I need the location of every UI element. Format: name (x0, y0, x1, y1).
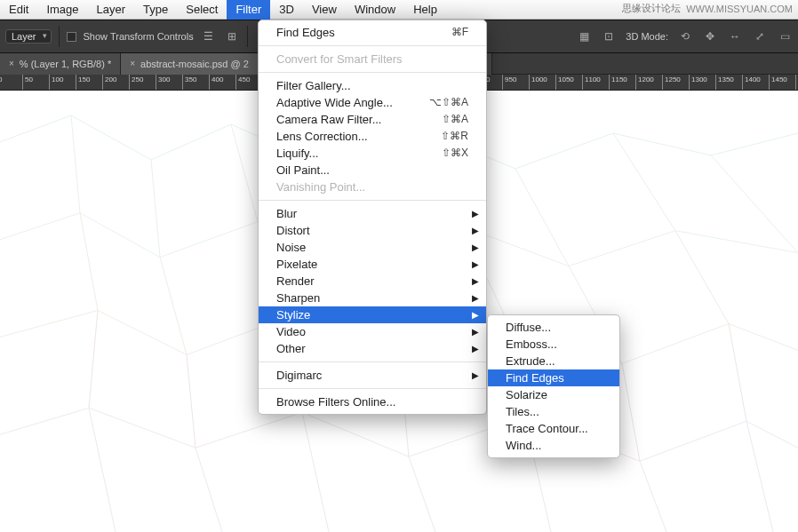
submenu-arrow-icon: ▶ (472, 340, 479, 357)
submenu-arrow-icon: ▶ (472, 222, 479, 239)
menu-item[interactable]: Pixelate▶ (259, 256, 486, 273)
menu-layer[interactable]: Layer (88, 0, 135, 20)
menu-item: Vanishing Point... (259, 179, 486, 195)
ruler-tick: 350 (182, 75, 183, 91)
menu-item[interactable]: Tiles... (488, 403, 619, 420)
ruler-tick: 1350 (715, 75, 716, 91)
menu-item[interactable]: Filter Gallery... (259, 77, 486, 94)
orbit-icon[interactable]: ⟲ (677, 28, 693, 44)
menu-item[interactable]: Liquify...⇧⌘X (259, 145, 486, 162)
menu-item[interactable]: Emboss... (488, 336, 619, 353)
ruler-tick: 450 (235, 75, 236, 91)
submenu-arrow-icon: ▶ (472, 239, 479, 256)
menu-edit[interactable]: Edit (0, 0, 37, 20)
submenu-arrow-icon: ▶ (472, 273, 479, 290)
close-icon[interactable]: × (9, 53, 14, 75)
menu-item[interactable]: Distort▶ (259, 222, 486, 239)
tab-title: abstract-mosaic.psd @ 2 (140, 53, 249, 75)
menu-item-label: Noise (276, 239, 468, 256)
menu-item[interactable]: Solarize (488, 386, 619, 403)
slide-icon[interactable]: ↔ (727, 28, 743, 44)
menu-item-label: Browse Filters Online... (276, 393, 468, 410)
submenu-arrow-icon: ▶ (472, 290, 479, 306)
align-icon[interactable]: ☰ (201, 28, 217, 44)
menu-item-label: Stylize (276, 306, 468, 323)
menu-view[interactable]: View (303, 0, 346, 20)
shortcut: ⌥⇧⌘A (429, 94, 468, 111)
ruler-tick: 1450 (769, 75, 770, 91)
close-icon[interactable]: × (130, 53, 135, 75)
submenu-arrow-icon: ▶ (472, 367, 479, 384)
menu-item-label: Trace Contour... (506, 420, 602, 437)
menu-item-label: Render (276, 273, 468, 290)
menu-item-label: Camera Raw Filter... (276, 111, 422, 128)
menu-item-label: Distort (276, 222, 468, 239)
menu-item[interactable]: Stylize▶ (259, 306, 486, 323)
layer-select[interactable]: Layer (5, 29, 52, 44)
menu-item[interactable]: Noise▶ (259, 239, 486, 256)
menu-item[interactable]: Lens Correction...⇧⌘R (259, 128, 486, 145)
menu-item[interactable]: Wind... (488, 437, 619, 454)
grid-icon[interactable]: ▦ (576, 28, 592, 44)
tab-title: % (Layer 1, RGB/8) * (20, 53, 111, 75)
shortcut: ⇧⌘R (441, 128, 468, 145)
menu-item-label: Solarize (506, 386, 602, 403)
stylize-submenu: Diffuse...Emboss...Extrude...Find EdgesS… (487, 314, 620, 458)
menu-item[interactable]: Other▶ (259, 340, 486, 357)
show-transform-checkbox[interactable] (67, 32, 76, 42)
filter-menu: Find Edges⌘FConvert for Smart FiltersFil… (258, 20, 487, 415)
menu-item[interactable]: Digimarc▶ (259, 367, 486, 384)
menu-help[interactable]: Help (404, 0, 446, 20)
ruler-tick: 200 (102, 75, 103, 91)
menu-item-label: Diffuse... (506, 319, 602, 336)
menu-item[interactable]: Find Edges⌘F (259, 24, 486, 41)
menu-item[interactable]: Diffuse... (488, 319, 619, 336)
distribute-icon[interactable]: ⊞ (224, 28, 240, 44)
menu-item[interactable]: Browse Filters Online... (259, 393, 486, 410)
divider (59, 26, 60, 47)
document-tab[interactable]: ×% (Layer 1, RGB/8) * (0, 53, 121, 75)
menu-item[interactable]: Render▶ (259, 273, 486, 290)
menu-item-label: Vanishing Point... (276, 179, 468, 195)
menu-item[interactable]: Trace Contour... (488, 420, 619, 437)
pan-icon[interactable]: ✥ (702, 28, 718, 44)
shortcut: ⌘F (451, 24, 468, 41)
menu-item[interactable]: Extrude... (488, 353, 619, 369)
menu-item[interactable]: Adaptive Wide Angle...⌥⇧⌘A (259, 94, 486, 111)
menu-item-label: Liquify... (276, 145, 422, 162)
menu-item[interactable]: Sharpen▶ (259, 290, 486, 306)
ruler-tick: 150 (76, 75, 76, 91)
menu-item[interactable]: Video▶ (259, 323, 486, 340)
shortcut: ⇧⌘A (442, 111, 468, 128)
divider (247, 26, 248, 47)
menu-item-label: Emboss... (506, 336, 602, 353)
submenu-arrow-icon: ▶ (472, 256, 479, 273)
ruler-tick: 300 (156, 75, 156, 91)
menu-item[interactable]: Oil Paint... (259, 162, 486, 179)
menu-item[interactable]: Blur▶ (259, 205, 486, 222)
menu-item-label: Pixelate (276, 256, 468, 273)
shortcut: ⇧⌘X (442, 145, 468, 162)
menu-item[interactable]: Camera Raw Filter...⇧⌘A (259, 111, 486, 128)
menu-filter[interactable]: Filter (227, 0, 270, 20)
ruler-tick: 1050 (555, 75, 556, 91)
snap-icon[interactable]: ⊡ (601, 28, 617, 44)
menu-item-label: Video (276, 323, 468, 340)
ruler-tick: 1000 (529, 75, 530, 91)
3d-mode-label: 3D Mode: (626, 31, 668, 42)
menu-item-label: Tiles... (506, 403, 602, 420)
menu-window[interactable]: Window (346, 0, 404, 20)
menu-select[interactable]: Select (177, 0, 227, 20)
scale-icon[interactable]: ⤢ (752, 28, 768, 44)
document-tab[interactable]: ×abstract-mosaic.psd @ 2 (121, 53, 259, 75)
menu-item-label: Convert for Smart Filters (276, 51, 468, 67)
menu-image[interactable]: Image (37, 0, 87, 20)
menu-item-label: Sharpen (276, 290, 468, 306)
menu-3d[interactable]: 3D (270, 0, 303, 20)
menu-item[interactable]: Find Edges (488, 369, 619, 386)
submenu-arrow-icon: ▶ (472, 306, 479, 323)
camera-icon[interactable]: ▭ (777, 28, 793, 44)
menu-type[interactable]: Type (134, 0, 177, 20)
menu-item: Convert for Smart Filters (259, 51, 486, 67)
ruler-tick: 1100 (582, 75, 583, 91)
